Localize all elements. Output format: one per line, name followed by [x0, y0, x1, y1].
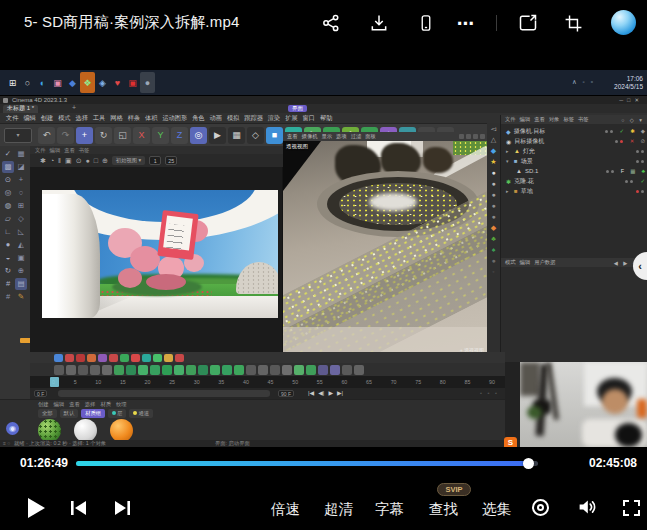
- object-manager-menu-item: 查看: [534, 116, 545, 123]
- visibility-dots: [606, 170, 614, 173]
- animation-icon: [175, 354, 184, 362]
- tag-icon: ♣: [641, 168, 645, 174]
- search-button[interactable]: 查找: [429, 500, 458, 519]
- material-sphere-white: [74, 419, 97, 442]
- scene-flower: [118, 268, 142, 288]
- palette-icon: ◇: [15, 213, 27, 225]
- palette-icon: ✓: [2, 148, 14, 160]
- frame-end-field: 90 F: [278, 390, 294, 397]
- object-name: SD.1: [525, 168, 538, 174]
- render-toolbar-icon: ⊕: [102, 157, 108, 165]
- animation-icon: [87, 354, 96, 362]
- taskbar-app-icon: ●: [140, 72, 155, 93]
- svip-badge: SVIP: [437, 483, 471, 496]
- subtitles-button[interactable]: 字幕: [375, 500, 404, 519]
- toolbar-icon: ◎: [190, 127, 207, 144]
- palette-icon: ⊙: [2, 174, 14, 186]
- progress-bar[interactable]: [76, 461, 538, 466]
- material-filter-selected: 材质组: [81, 409, 105, 418]
- tag-icon: ⊘: [640, 138, 645, 144]
- taskbar-app-icon: ○: [20, 72, 35, 93]
- previous-episode-button[interactable]: [70, 500, 87, 520]
- strip-icon: ●: [491, 180, 495, 188]
- toolbar-icon: ◱: [114, 127, 131, 144]
- avatar[interactable]: [611, 10, 636, 35]
- object-manager-menu-item: 编辑: [520, 116, 531, 123]
- clock-time: 17:06: [614, 75, 643, 83]
- toolbar-icon: Z: [171, 127, 188, 144]
- visibility-dots: [605, 130, 613, 133]
- screenshot-icon[interactable]: [517, 12, 539, 34]
- c4d-menu-item: 跟踪器: [244, 114, 263, 123]
- palette-icon: ✎: [15, 291, 27, 303]
- object-tree-row: ◆ 摄像机.目标 ✓ ✱ ◆: [501, 126, 647, 136]
- object-tree-row: ▸ ▲ 灯光: [501, 146, 647, 156]
- scene-pool-center: [369, 193, 417, 211]
- rendered-scene-image: [42, 190, 278, 318]
- keyframe-icon: [198, 365, 208, 375]
- palette-icon: #: [2, 278, 14, 290]
- c4d-menu-item: 工具: [93, 114, 105, 123]
- fullscreen-icon[interactable]: [623, 500, 640, 516]
- download-icon[interactable]: [368, 12, 390, 34]
- strip-icon: ●: [491, 202, 495, 210]
- palette-icon: ◭: [15, 239, 27, 251]
- keyframe-icon: [90, 365, 100, 375]
- render-view-menu-item: 查看: [64, 147, 75, 154]
- depicted-windows-taskbar: ⊞○◐▣◆❖◈♥▣● ∧ ◦ ▫ 17:06 2024/5/15: [0, 70, 647, 95]
- playback-speed-button[interactable]: 倍速: [271, 500, 300, 519]
- keyframe-icon: [102, 365, 112, 375]
- timeline-tick: 65: [366, 379, 372, 385]
- record-icon[interactable]: [532, 499, 549, 516]
- share-icon[interactable]: [320, 12, 342, 34]
- keyframe-icon: [246, 365, 256, 375]
- tag-check-icon: ✓: [620, 128, 625, 134]
- keyframe-icon: [150, 365, 160, 375]
- webcam-person-face: [602, 389, 628, 414]
- play-button[interactable]: [26, 497, 46, 523]
- volume-icon[interactable]: [577, 498, 597, 520]
- transport-icon: |◀: [308, 389, 314, 396]
- object-manager-tools: ○ ◇ ▾: [621, 117, 644, 123]
- palette-icon: ◒: [2, 252, 14, 264]
- toolbar-icon: ▶: [209, 127, 226, 144]
- palette-icon: ▤: [15, 278, 27, 290]
- keyframe-icon: [270, 365, 280, 375]
- palette-icon: ▱: [2, 213, 14, 225]
- timeline-tick: 60: [341, 379, 347, 385]
- webcam-plant: [527, 406, 542, 419]
- keyframe-icon: [318, 365, 328, 375]
- taskbar-app-icon: ◐: [35, 72, 50, 93]
- visibility-dots: [636, 190, 644, 193]
- strip-icon: ◆: [491, 147, 496, 155]
- viewport-button: [466, 134, 471, 139]
- viewport-menu-item: 摄像机: [302, 133, 318, 140]
- video-canvas[interactable]: ⊞○◐▣◆❖◈♥▣● ∧ ◦ ▫ 17:06 2024/5/15 Cinema …: [0, 63, 647, 447]
- keyframe-icon: [222, 365, 232, 375]
- timeline-ruler: 051015202530354045505560657075808590: [30, 376, 505, 388]
- keyframe-icon: [54, 365, 64, 375]
- attribute-menu-item: 用户数据: [534, 259, 555, 266]
- object-tree-row: ▲ SD.1 F ▦ ♣: [501, 166, 647, 176]
- object-manager-menu-item: 对象: [549, 116, 560, 123]
- timeline-tick: 15: [120, 379, 126, 385]
- quality-button[interactable]: 超清: [324, 500, 353, 519]
- more-options-icon[interactable]: ⋯: [455, 12, 477, 34]
- progress-thumb[interactable]: [523, 458, 534, 469]
- taskbar-app-icon: ▣: [50, 72, 65, 93]
- timeline-tick: 40: [243, 379, 249, 385]
- crop-icon[interactable]: [562, 12, 584, 34]
- tag-check-icon: ✓: [640, 178, 645, 184]
- palette-icon: ▣: [15, 252, 27, 264]
- player-header: 5- SD商用稿·案例深入拆解.mp4 ⋯: [0, 0, 647, 44]
- c4d-document-tabs: 未标题 1 * + 界面: [0, 104, 647, 113]
- toolbar-icon: Y: [152, 127, 169, 144]
- timeline-tick: 70: [391, 379, 397, 385]
- next-episode-button[interactable]: [114, 500, 131, 520]
- object-name: 克隆.花: [514, 177, 534, 186]
- episodes-button[interactable]: 选集: [482, 500, 511, 519]
- keyframe-icon: [126, 365, 136, 375]
- palette-icon: ⊕: [15, 265, 27, 277]
- phone-mirror-icon[interactable]: [415, 12, 437, 34]
- render-field-end: 25: [165, 156, 177, 165]
